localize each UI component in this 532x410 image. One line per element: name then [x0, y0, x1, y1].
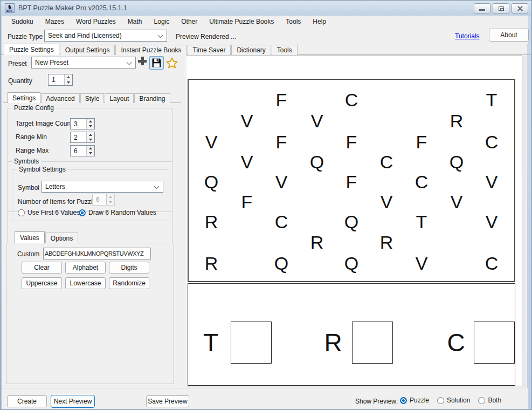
answer-section-box: [188, 283, 515, 386]
preview-status-text: Preview Rendered ...: [176, 33, 236, 40]
main-tab-strip: Puzzle SettingsOutput SettingsInstant Pu…: [4, 44, 298, 55]
spin-up-icon[interactable]: [65, 74, 72, 80]
values-tab-strip: ValuesOptions: [15, 231, 79, 243]
valtab-values[interactable]: Values: [15, 231, 45, 243]
show-preview-option-label: Both: [488, 397, 501, 404]
menu-item-tools[interactable]: Tools: [280, 16, 307, 27]
custom-values-input[interactable]: ABCDEFGHIJKLMNOPQRSTUVWXYZ: [43, 248, 151, 259]
about-button[interactable]: About: [489, 29, 529, 42]
config-stepper-target-image-count-value: 3: [71, 119, 86, 129]
preset-value: New Preset: [32, 59, 127, 66]
spin-up-icon[interactable]: [87, 146, 94, 151]
window-controls: [474, 3, 528, 13]
preset-dropdown[interactable]: New Preset: [31, 57, 136, 69]
config-label-target-image-count: Target Image Count: [16, 120, 72, 127]
draw-random-values-radio[interactable]: Draw 6 Random Values: [79, 209, 156, 216]
menu-item-other[interactable]: Other: [175, 16, 203, 27]
spin-down-icon[interactable]: [65, 80, 72, 85]
menu-bar: SudokuMazesWord PuzzlesMathLogicOtherUlt…: [2, 16, 528, 28]
config-stepper-target-image-count-arrows: [86, 119, 94, 129]
spin-down-icon[interactable]: [87, 138, 94, 143]
show-preview-label: Show Preview:: [355, 398, 398, 405]
favorite-preset-button[interactable]: [165, 56, 179, 70]
subtab-settings[interactable]: Settings: [8, 92, 40, 103]
tab-time-saver[interactable]: Time Saver: [188, 45, 231, 55]
minimize-icon: [479, 9, 485, 11]
star-icon: [165, 57, 178, 70]
spin-down-icon[interactable]: [87, 124, 94, 129]
show-preview-option-label: Puzzle: [410, 397, 429, 404]
menu-item-help[interactable]: Help: [307, 16, 332, 27]
config-stepper-range-max[interactable]: 6: [70, 145, 95, 156]
tutorials-link[interactable]: Tutorials: [455, 32, 480, 40]
tab-output-settings[interactable]: Output Settings: [60, 45, 115, 55]
valtab-options[interactable]: Options: [45, 233, 78, 243]
draw-random-values-label: Draw 6 Random Values: [88, 209, 156, 216]
config-stepper-range-max-value: 6: [71, 146, 86, 156]
subtab-advanced[interactable]: Advanced: [41, 93, 79, 103]
use-first-values-radio[interactable]: Use First 6 Values: [18, 209, 80, 216]
digits-button[interactable]: Digits: [109, 262, 149, 274]
add-preset-button[interactable]: [136, 57, 148, 69]
quantity-label: Quantity: [8, 77, 32, 85]
subtab-branding[interactable]: Branding: [134, 93, 170, 103]
alphabet-button[interactable]: Alphabet: [65, 262, 106, 274]
spin-up-icon[interactable]: [87, 119, 94, 124]
quantity-stepper-value: 1: [49, 74, 64, 85]
radio-icon: [478, 397, 485, 404]
app-window: ♞ BPT BPT Puzzle Maker Pro v2025.15.1.1 …: [0, 0, 532, 410]
show-preview-radio-group: PuzzleSolutionBoth: [400, 397, 501, 404]
radio-selected-icon: [79, 209, 86, 216]
app-icon: ♞ BPT: [5, 3, 15, 13]
subtab-style[interactable]: Style: [80, 93, 105, 103]
menu-item-logic[interactable]: Logic: [148, 16, 176, 27]
maximize-button[interactable]: [493, 3, 509, 13]
spin-up-icon[interactable]: [87, 132, 94, 138]
save-preview-button[interactable]: Save Preview: [146, 395, 189, 407]
quantity-stepper-arrows: [64, 74, 72, 85]
save-preset-button[interactable]: [149, 56, 164, 70]
menu-item-mazes[interactable]: Mazes: [39, 16, 70, 27]
config-stepper-range-max-arrows: [86, 146, 94, 156]
tab-tools[interactable]: Tools: [272, 45, 298, 55]
quantity-stepper[interactable]: 1: [48, 74, 73, 86]
chevron-down-icon: [127, 60, 132, 65]
show-preview-option-both[interactable]: Both: [478, 397, 501, 404]
clear-button[interactable]: Clear: [22, 262, 62, 274]
config-stepper-range-min-arrows: [86, 132, 94, 142]
subtab-layout[interactable]: Layout: [105, 93, 134, 103]
menu-item-ultimate-puzzle-books[interactable]: Ultimate Puzzle Books: [203, 16, 280, 27]
create-button[interactable]: Create: [7, 395, 47, 407]
spin-down-icon[interactable]: [87, 151, 94, 156]
menu-item-sudoku[interactable]: Sudoku: [5, 16, 39, 27]
randomize-button[interactable]: Randomize: [109, 277, 149, 289]
puzzle-type-dropdown[interactable]: Seek and Find (Licensed): [44, 30, 167, 42]
symbol-label: Symbol: [18, 184, 39, 192]
puzzle-grid-box: [188, 79, 515, 282]
menu-item-word-puzzles[interactable]: Word Puzzles: [70, 16, 122, 27]
toolbar-row: Puzzle Type Seek and Find (Licensed) Pre…: [2, 28, 528, 44]
uppercase-button[interactable]: Uppercase: [22, 277, 62, 289]
config-stepper-range-min[interactable]: 2: [70, 132, 95, 143]
config-stepper-target-image-count[interactable]: 3: [70, 118, 95, 129]
tab-dictionary[interactable]: Dictionary: [231, 45, 271, 55]
show-preview-option-solution[interactable]: Solution: [437, 397, 470, 404]
menu-item-math[interactable]: Math: [122, 16, 148, 27]
close-icon: [517, 5, 523, 12]
lowercase-button[interactable]: Lowercase: [65, 277, 106, 289]
save-icon: [151, 58, 162, 68]
bottom-action-bar: Create Next Preview Save Preview Show Pr…: [2, 388, 528, 409]
tab-instant-puzzle-books[interactable]: Instant Puzzle Books: [115, 45, 186, 55]
show-preview-option-puzzle[interactable]: Puzzle: [400, 397, 429, 404]
title-bar[interactable]: ♞ BPT BPT Puzzle Maker Pro v2025.15.1.1: [1, 1, 532, 16]
spin-down-icon: [107, 200, 114, 205]
tab-puzzle-settings[interactable]: Puzzle Settings: [4, 44, 59, 55]
items-count-stepper: 6: [92, 194, 115, 206]
minimize-button[interactable]: [474, 3, 490, 13]
next-preview-button[interactable]: Next Preview: [51, 395, 95, 408]
close-button[interactable]: [512, 3, 528, 13]
show-preview-option-label: Solution: [447, 397, 470, 404]
preview-page: [186, 56, 522, 386]
preview-pane: [186, 56, 526, 387]
symbol-dropdown[interactable]: Letters: [42, 181, 163, 193]
